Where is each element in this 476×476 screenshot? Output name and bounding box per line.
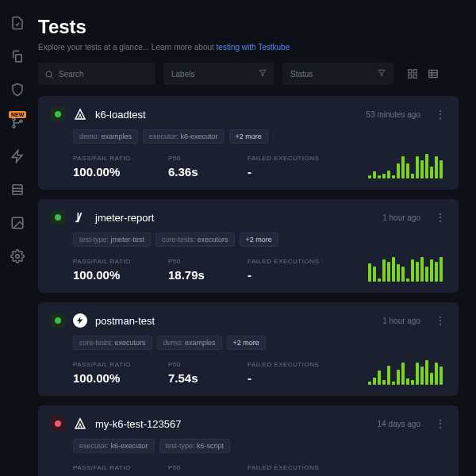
- time-ago: 14 days ago: [378, 420, 421, 428]
- svg-point-2: [13, 125, 15, 128]
- grid-view-button[interactable]: [405, 63, 420, 85]
- main-content: Tests Explore your tests at a glance... …: [35, 0, 476, 476]
- test-name: postman-test: [95, 315, 155, 327]
- new-badge: NEW: [9, 111, 26, 118]
- svg-point-1: [13, 118, 15, 121]
- failed-value: -: [248, 268, 351, 282]
- svg-marker-11: [259, 70, 266, 76]
- test-card[interactable]: postman-test 1 hour ago ⋮ core-tests: ex…: [38, 302, 459, 396]
- more-menu-icon[interactable]: ⋮: [435, 212, 446, 223]
- metric-label: PASS/FAIL RATIO: [73, 464, 168, 471]
- metric-label: P50: [168, 258, 248, 265]
- pass-fail-value: 100.00%: [73, 371, 168, 385]
- search-input[interactable]: [38, 63, 155, 85]
- subtitle: Explore your tests at a glance... Learn …: [38, 43, 476, 52]
- sparkline: [443, 463, 446, 476]
- test-list: k6-loadtest 53 minutes ago ⋮ demo: examp…: [38, 96, 476, 476]
- metric-label: PASS/FAIL RATIO: [73, 258, 168, 265]
- status-indicator: [51, 416, 65, 431]
- svg-point-9: [46, 71, 52, 77]
- list-view-button[interactable]: [425, 63, 441, 85]
- svg-point-8: [16, 255, 20, 259]
- p50-value: 7.54s: [168, 371, 248, 385]
- sparkline: [368, 359, 446, 385]
- sparkline: [368, 153, 446, 178]
- svg-rect-13: [409, 70, 412, 73]
- filter-icon: [259, 69, 267, 79]
- tag: test-type: jmeter-test: [73, 232, 151, 247]
- metric-label: FAILED EXECUTIONS: [248, 258, 351, 265]
- tag-more[interactable]: +2 more: [240, 232, 278, 247]
- more-menu-icon[interactable]: ⋮: [435, 109, 446, 120]
- shield-icon[interactable]: [10, 83, 25, 97]
- metric-label: P50: [168, 464, 248, 471]
- tag: core-tests: executors: [155, 232, 235, 247]
- tag: demo: examples: [73, 129, 138, 144]
- svg-rect-14: [413, 70, 416, 73]
- svg-rect-16: [409, 75, 412, 78]
- tag-more[interactable]: +2 more: [229, 129, 268, 144]
- image-icon[interactable]: [10, 216, 25, 230]
- failed-value: -: [248, 371, 351, 385]
- metric-label: P50: [168, 361, 248, 368]
- test-name: my-k6-test-123567: [95, 418, 181, 430]
- svg-rect-15: [413, 75, 416, 78]
- search-icon: [44, 68, 54, 78]
- test-card[interactable]: my-k6-test-123567 14 days ago ⋮ executor…: [38, 405, 459, 476]
- labels-filter[interactable]: Labels: [163, 63, 274, 85]
- svg-rect-4: [13, 185, 22, 194]
- svg-marker-12: [378, 70, 385, 76]
- tag: demo: examples: [157, 336, 222, 350]
- metric-label: FAILED EXECUTIONS: [248, 361, 351, 368]
- tag-more[interactable]: +2 more: [227, 336, 266, 350]
- status-filter[interactable]: Status: [282, 63, 393, 85]
- svg-rect-17: [429, 70, 438, 77]
- failed-value: -: [248, 165, 351, 178]
- metric-label: FAILED EXECUTIONS: [248, 464, 351, 471]
- k6-icon: [73, 416, 87, 431]
- test-card[interactable]: jmeter-report 1 hour ago ⋮ test-type: jm…: [38, 199, 459, 293]
- svg-rect-0: [16, 55, 22, 62]
- metric-label: FAILED EXECUTIONS: [248, 155, 351, 162]
- sidebar: NEW: [0, 0, 35, 476]
- metric-label: P50: [168, 155, 248, 162]
- copy-icon[interactable]: [10, 49, 25, 63]
- tag: core-tests: executors: [73, 336, 152, 350]
- tag: executor: k6-executor: [73, 439, 155, 453]
- time-ago: 1 hour ago: [382, 213, 420, 222]
- more-menu-icon[interactable]: ⋮: [435, 315, 446, 326]
- file-icon[interactable]: [10, 16, 25, 30]
- filter-icon: [378, 69, 386, 79]
- branch-icon[interactable]: NEW: [10, 116, 25, 130]
- postman-icon: [73, 313, 87, 328]
- settings-icon[interactable]: [10, 249, 25, 263]
- test-card[interactable]: k6-loadtest 53 minutes ago ⋮ demo: examp…: [38, 96, 459, 190]
- page-title: Tests: [38, 16, 476, 38]
- subtitle-link[interactable]: testing with Testkube: [217, 43, 290, 52]
- list-icon[interactable]: [10, 182, 25, 197]
- svg-line-10: [51, 76, 52, 78]
- metric-label: PASS/FAIL RATIO: [73, 361, 168, 368]
- more-menu-icon[interactable]: ⋮: [435, 418, 446, 429]
- status-indicator: [51, 107, 65, 121]
- time-ago: 53 minutes ago: [367, 110, 420, 119]
- time-ago: 1 hour ago: [382, 317, 420, 325]
- k6-icon: [73, 107, 87, 121]
- metric-label: PASS/FAIL RATIO: [73, 155, 168, 162]
- tag: executor: k6-executor: [143, 129, 225, 144]
- test-name: k6-loadtest: [95, 109, 146, 121]
- tag: test-type: k6-script: [159, 439, 231, 453]
- sparkline: [368, 256, 446, 282]
- pass-fail-value: 100.00%: [73, 268, 168, 282]
- pass-fail-value: 100.00%: [73, 165, 168, 178]
- status-indicator: [51, 313, 65, 328]
- p50-value: 18.79s: [168, 268, 248, 282]
- filters-bar: Labels Status: [38, 63, 476, 85]
- status-indicator: [51, 210, 65, 225]
- test-name: jmeter-report: [95, 212, 154, 224]
- bolt-icon[interactable]: [10, 149, 25, 163]
- p50-value: 6.36s: [168, 165, 248, 178]
- jmeter-icon: [73, 210, 87, 225]
